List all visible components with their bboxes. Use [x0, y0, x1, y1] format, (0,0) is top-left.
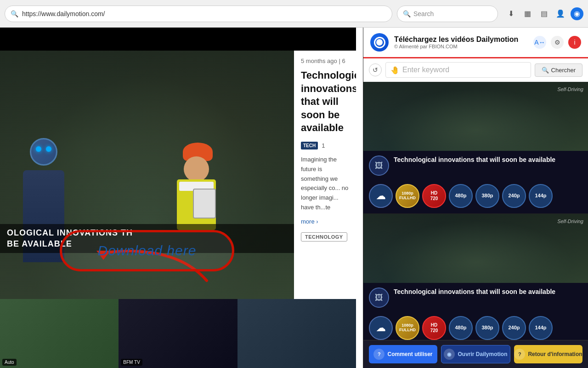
thumb-badge-1: Auto [2, 359, 17, 366]
chrome-toolbar-icons: ⬇ ▦ ▤ 👤 ◉ [504, 7, 583, 20]
quality-1080p-1[interactable]: 1080pFULLHD [396, 184, 419, 208]
quality-480p-1[interactable]: 480p [449, 184, 473, 208]
quality-720p-2[interactable]: HD720 [422, 316, 446, 340]
quality-1080p-2[interactable]: 1080pFULLHD [396, 316, 419, 340]
article-title: Technological innovations that will soon… [301, 69, 349, 135]
extension-logo-inner [374, 37, 385, 48]
retour-information-button[interactable]: ? Retour d'information [514, 345, 582, 363]
ext-video-thumb-2: Self-Driving [363, 214, 588, 283]
bottom-thumbnails: Auto BFM TV [0, 299, 356, 368]
quality-cloud-2[interactable]: ☁ [369, 316, 393, 340]
search-label: Search [413, 10, 434, 17]
retour-label: Retour d'information [528, 351, 582, 357]
extension-subtitle: © Alimenté par FBION.COM [394, 44, 528, 49]
address-bar[interactable]: 🔍 https://www.dailymotion.com/ [5, 6, 392, 22]
quality-380p-1[interactable]: 380p [475, 184, 499, 208]
browser-chrome: 🔍 https://www.dailymotion.com/ 🔍 Search … [0, 0, 588, 28]
keyword-emoji: 🤚 [390, 66, 400, 75]
article-sidebar: 5 months ago | 6 Technological innovatio… [294, 51, 356, 299]
site-header [0, 28, 356, 51]
download-label: Download here [98, 243, 197, 259]
ext-video-icon-1: 🖼 [369, 155, 389, 176]
extension-header-icons: A↔ ⚙ i [533, 36, 581, 49]
extension-bottom-bar: ? Comment utiliser ◉ Ouvrir Dailymotion … [363, 340, 588, 368]
thumb-item-3[interactable] [237, 299, 356, 368]
article-text: Imagining the future is something we esp… [301, 155, 349, 213]
quality-240p-1[interactable]: 240p [502, 184, 526, 208]
translate-icon[interactable]: A↔ [533, 36, 546, 49]
chercher-label: Chercher [551, 67, 576, 74]
thumb-bg-1: Self-Driving [363, 82, 588, 151]
gear-icon[interactable]: ⚙ [551, 36, 564, 49]
ext-quality-row-2: ☁ 1080pFULLHD HD720 480p 380p 240p 144p [363, 312, 588, 340]
channel-info: TECH 1 [301, 142, 349, 150]
ouvrir-label: Ouvrir Dailymotion [458, 351, 507, 357]
search-icon: 🔍 [11, 10, 18, 17]
search-icon-ext: 🔍 [542, 67, 549, 74]
browser-search-bar[interactable]: 🔍 Search [397, 6, 498, 22]
ext-video-info-2: 🖼 Technological innovations that will so… [363, 283, 588, 312]
quality-cloud-1[interactable]: ☁ [369, 184, 393, 208]
extension-panel: Téléchargez les vidéos Dailymotion © Ali… [363, 28, 588, 368]
download-icon[interactable]: ⬇ [504, 7, 517, 20]
channel-badge: TECH [301, 142, 318, 150]
car-interior-1 [363, 82, 588, 151]
channel-num: 1 [322, 142, 325, 149]
robot-head [30, 138, 57, 166]
article-meta: 5 months ago | 6 [301, 58, 349, 64]
retour-icon: ? [514, 349, 525, 360]
extension-header: Téléchargez les vidéos Dailymotion © Ali… [363, 28, 588, 58]
quality-720p-1[interactable]: HD720 [422, 184, 446, 208]
worker-tablet [193, 189, 216, 218]
car-label-1: Self-Driving [557, 86, 583, 92]
ouvrir-icon: ◉ [444, 349, 455, 360]
quality-240p-2[interactable]: 240p [502, 316, 526, 340]
download-overlay[interactable]: Download here [60, 230, 234, 271]
video-background: OLOGICAL INNOVATIONS TH BE AVAILABLE Dow… [0, 51, 294, 299]
reading-mode-icon[interactable]: ▤ [537, 7, 550, 20]
extension-title: Téléchargez les vidéos Dailymotion [394, 35, 528, 44]
keyword-placeholder: Enter keyword [402, 66, 449, 74]
quality-144p-1[interactable]: 144p [529, 184, 553, 208]
ext-video-icon-2: 🖼 [369, 288, 389, 308]
worker-head [184, 156, 209, 182]
thumb-item-1[interactable]: Auto [0, 299, 119, 368]
chercher-button[interactable]: 🔍 Chercher [535, 63, 582, 77]
quality-144p-2[interactable]: 144p [529, 316, 553, 340]
info-icon[interactable]: i [568, 36, 581, 49]
extension-icon[interactable]: ◉ [571, 7, 583, 20]
profile-icon[interactable]: 👤 [554, 7, 567, 20]
quality-380p-2[interactable]: 380p [475, 316, 499, 340]
keyword-input[interactable]: 🤚 Enter keyword [385, 62, 531, 78]
extension-search-row: ↺ 🤚 Enter keyword 🔍 Chercher [363, 58, 588, 82]
thumb-item-2[interactable]: BFM TV [119, 299, 237, 368]
comment-label: Comment utiliser [387, 351, 432, 357]
bookmarks-icon[interactable]: ▦ [521, 7, 534, 20]
ext-video-title-2: Technological innovations that will soon… [394, 288, 582, 297]
extension-logo [370, 33, 389, 52]
video-section: OLOGICAL INNOVATIONS TH BE AVAILABLE Dow… [0, 51, 356, 299]
ext-quality-row-1: ☁ 1080pFULLHD HD720 480p 380p 240p 144p [363, 180, 588, 213]
ext-video-item-1: Self-Driving 🖼 Technological innovations… [363, 82, 588, 214]
extension-video-list: Self-Driving 🖼 Technological innovations… [363, 82, 588, 340]
thumb-bg-2: Self-Driving [363, 214, 588, 283]
main-content: OLOGICAL INNOVATIONS TH BE AVAILABLE Dow… [0, 28, 588, 368]
ext-video-thumb-1: Self-Driving [363, 82, 588, 151]
read-more-link[interactable]: more [301, 218, 318, 225]
comment-utiliser-button[interactable]: ? Comment utiliser [369, 345, 437, 363]
ext-video-title-1: Technological innovations that will soon… [394, 155, 582, 165]
car-interior-2 [363, 214, 588, 283]
thumb-badge-2: BFM TV [121, 359, 142, 366]
comment-icon: ? [373, 349, 384, 360]
video-player[interactable]: OLOGICAL INNOVATIONS TH BE AVAILABLE Dow… [0, 51, 294, 299]
extension-title-area: Téléchargez les vidéos Dailymotion © Ali… [394, 35, 528, 49]
url-text: https://www.dailymotion.com/ [22, 10, 105, 17]
ext-video-item-2: Self-Driving 🖼 Technological innovations… [363, 214, 588, 340]
car-label-2: Self-Driving [557, 218, 583, 224]
ext-video-info-1: 🖼 Technological innovations that will so… [363, 151, 588, 180]
quality-480p-2[interactable]: 480p [449, 316, 473, 340]
page-content: OLOGICAL INNOVATIONS TH BE AVAILABLE Dow… [0, 28, 356, 368]
refresh-button[interactable]: ↺ [369, 63, 382, 76]
ouvrir-dailymotion-button[interactable]: ◉ Ouvrir Dailymotion [441, 345, 510, 363]
technology-tag[interactable]: TECHNOLOGY [301, 232, 347, 242]
